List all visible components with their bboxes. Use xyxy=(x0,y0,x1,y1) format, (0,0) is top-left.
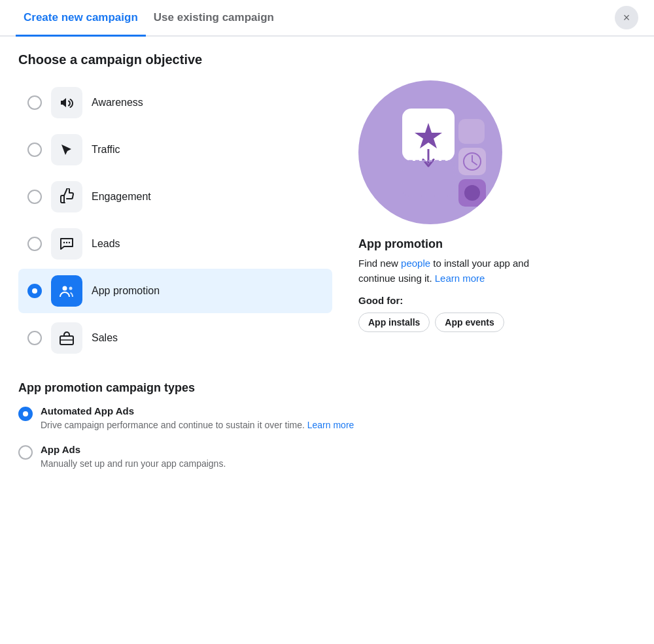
svg-point-4 xyxy=(69,287,73,290)
objective-awareness[interactable]: Awareness xyxy=(18,80,332,125)
svg-point-15 xyxy=(464,185,480,201)
awareness-icon xyxy=(51,87,82,118)
tag-app-installs: App installs xyxy=(358,313,430,332)
learn-more-link[interactable]: Learn more xyxy=(435,273,485,284)
sales-icon xyxy=(51,322,82,354)
svg-point-0 xyxy=(63,242,65,243)
radio-app-promotion[interactable] xyxy=(27,284,42,298)
automated-name: Automated App Ads xyxy=(41,405,354,416)
objective-sales[interactable]: Sales xyxy=(18,316,332,360)
tag-app-events: App events xyxy=(435,313,504,332)
svg-rect-16 xyxy=(458,119,485,144)
app-ads-name: App Ads xyxy=(41,444,226,455)
leads-label: Leads xyxy=(92,238,120,250)
section-title: Choose a campaign objective xyxy=(18,52,636,67)
leads-icon xyxy=(51,228,82,260)
svg-point-2 xyxy=(69,242,70,243)
tab-header: Create new campaign Use existing campaig… xyxy=(0,0,654,37)
svg-point-3 xyxy=(63,286,67,291)
app-promo-illustration xyxy=(358,80,502,224)
engagement-label: Engagement xyxy=(92,191,151,203)
traffic-label: Traffic xyxy=(92,144,120,156)
tags-container: App installs App events xyxy=(358,313,504,332)
radio-sales[interactable] xyxy=(27,331,42,345)
objective-traffic[interactable]: Traffic xyxy=(18,127,332,172)
sales-label: Sales xyxy=(92,332,118,344)
modal-container: Create new campaign Use existing campaig… xyxy=(0,0,654,644)
campaign-type-automated-text: Automated App Ads Drive campaign perform… xyxy=(41,405,354,432)
detail-desc-text1: Find new xyxy=(358,258,401,269)
radio-leads[interactable] xyxy=(27,237,42,251)
modal-body: Choose a campaign objective Awa xyxy=(0,37,654,644)
tab-use-existing[interactable]: Use existing campaign xyxy=(146,1,282,37)
traffic-icon xyxy=(51,134,82,165)
campaign-types-title: App promotion campaign types xyxy=(18,381,636,395)
automated-learn-more[interactable]: Learn more xyxy=(307,420,354,430)
awareness-label: Awareness xyxy=(92,97,143,109)
radio-app-ads[interactable] xyxy=(18,445,33,460)
svg-point-1 xyxy=(66,242,67,243)
radio-traffic[interactable] xyxy=(27,143,42,157)
app-promotion-label: App promotion xyxy=(92,285,160,297)
automated-desc: Drive campaign performance and continue … xyxy=(41,419,354,432)
objective-app-promotion[interactable]: App promotion xyxy=(18,269,332,313)
good-for-title: Good for: xyxy=(358,295,403,306)
objective-engagement[interactable]: Engagement xyxy=(18,175,332,219)
radio-automated[interactable] xyxy=(18,407,33,421)
automated-desc-text: Drive campaign performance and continue … xyxy=(41,420,307,430)
objectives-list: Awareness Traffic xyxy=(18,80,332,360)
content-area: Awareness Traffic xyxy=(18,80,636,360)
detail-title: App promotion xyxy=(358,237,443,251)
objective-leads[interactable]: Leads xyxy=(18,222,332,266)
campaign-type-automated[interactable]: Automated App Ads Drive campaign perform… xyxy=(18,405,636,432)
campaign-type-app-ads-text: App Ads Manually set up and run your app… xyxy=(41,444,226,471)
app-ads-desc: Manually set up and run your app campaig… xyxy=(41,458,226,471)
close-button[interactable]: × xyxy=(615,6,638,29)
radio-engagement[interactable] xyxy=(27,190,42,204)
tab-create-new[interactable]: Create new campaign xyxy=(16,1,146,37)
campaign-type-app-ads[interactable]: App Ads Manually set up and run your app… xyxy=(18,444,636,471)
details-panel: App promotion Find new people to install… xyxy=(358,80,636,360)
engagement-icon xyxy=(51,181,82,212)
campaign-types-section: App promotion campaign types Automated A… xyxy=(18,381,636,482)
radio-awareness[interactable] xyxy=(27,95,42,110)
detail-description: Find new people to install your app and … xyxy=(358,256,568,286)
app-promotion-icon xyxy=(51,275,82,307)
people-link[interactable]: people xyxy=(401,258,430,269)
